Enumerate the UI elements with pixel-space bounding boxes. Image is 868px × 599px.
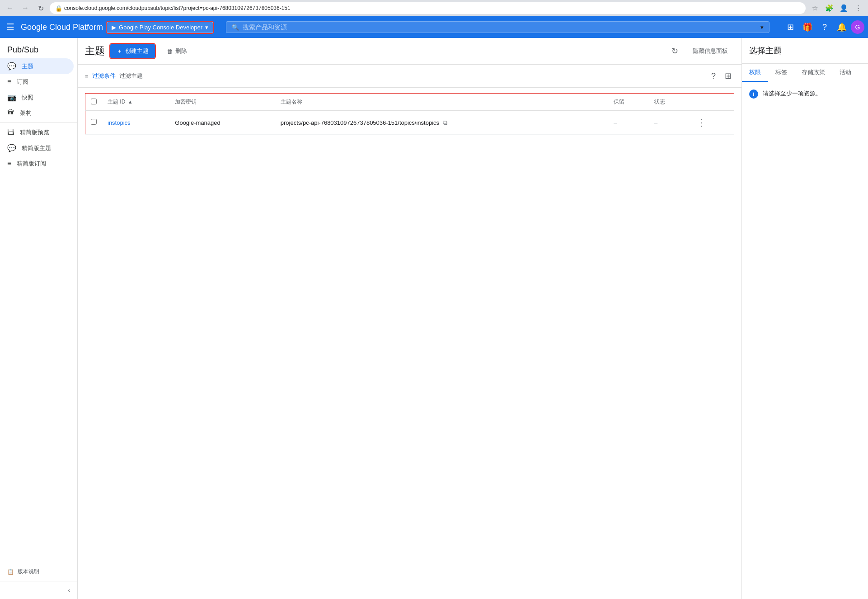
create-topic-label: 创建主题 [125, 47, 149, 55]
hide-panel-label: 隐藏信息面板 [693, 47, 728, 55]
row-type-cell: – [608, 111, 649, 135]
forward-button[interactable]: → [19, 2, 32, 14]
delete-button[interactable]: 🗑 删除 [160, 44, 193, 58]
sidebar-topics-label: 主题 [22, 62, 33, 71]
filter-bar: ≡ 过滤条件 过滤主题 ? ⊞ [78, 65, 741, 88]
filter-topic-button[interactable]: 过滤主题 [119, 72, 143, 80]
sidebar-lite-topics-label: 精简版主题 [22, 144, 51, 152]
panel-header: 选择主题 [742, 38, 868, 64]
topics-table-wrapper: 主题 ID ▲ 加密密钥 主题名称 保留 状态 [78, 88, 741, 140]
sidebar-item-topics[interactable]: 💬 主题 [0, 58, 74, 74]
copy-icon[interactable]: ⧉ [443, 119, 447, 126]
snapshots-icon: 📷 [7, 93, 16, 102]
notifications-icon-button[interactable]: 🔔 [834, 19, 850, 35]
sidebar-subscriptions-label: 订阅 [17, 78, 28, 86]
column-settings-icon[interactable]: ⊞ [722, 68, 734, 84]
col-header-encryption: 加密密钥 [169, 94, 275, 111]
lock-icon: 🔒 [55, 5, 62, 12]
table-row: instopics Google-managed projects/pc-api… [85, 111, 734, 135]
version-notes-icon: 📋 [7, 569, 14, 575]
select-all-header [85, 94, 103, 111]
search-dropdown-icon: ▾ [760, 24, 764, 31]
sidebar-divider [0, 123, 77, 123]
sidebar-lite-subscriptions-label: 精简版订阅 [17, 160, 46, 168]
col-header-actions [690, 94, 734, 111]
dropdown-chevron-icon: ▾ [205, 24, 208, 31]
search-input[interactable] [243, 24, 757, 31]
gift-icon-button[interactable]: 🎁 [799, 19, 816, 35]
panel-tabs: 权限 标签 存储政策 活动 [742, 64, 868, 82]
panel-tab-activity[interactable]: 活动 [832, 64, 859, 82]
topics-icon: 💬 [7, 62, 16, 71]
hide-panel-button[interactable]: 隐藏信息面板 [686, 44, 734, 58]
sidebar: Pub/Sub 💬 主题 ≡ 订阅 📷 快照 🏛 架构 🎞 精简版预览 [0, 38, 78, 599]
search-bar: 🔍 ▾ [226, 21, 769, 33]
col-header-name: 主题名称 [275, 94, 608, 111]
panel-tab-permissions[interactable]: 权限 [742, 64, 768, 82]
sidebar-item-lite-topics[interactable]: 💬 精简版主题 [0, 140, 74, 156]
logo-text: Google Cloud Platform [21, 23, 103, 32]
sort-id-icon: ▲ [128, 99, 133, 104]
sidebar-lite-preview-label: 精简版预览 [20, 128, 49, 137]
project-selector[interactable]: ▶ Google Play Console Developer ▾ [107, 22, 213, 33]
sidebar-item-lite-subscriptions[interactable]: ≡ 精简版订阅 [0, 156, 74, 171]
row-checkbox[interactable] [91, 119, 97, 125]
lite-topics-icon: 💬 [7, 144, 16, 152]
sidebar-collapse-button[interactable]: ‹ [65, 583, 74, 597]
refresh-icon: ↻ [671, 46, 678, 56]
top-nav-actions: ⊞ 🎁 ? 🔔 G [782, 19, 864, 35]
topic-id-link[interactable]: instopics [108, 119, 131, 126]
lite-preview-icon: 🎞 [7, 128, 14, 137]
hamburger-icon: ☰ [6, 22, 14, 33]
info-icon: i [749, 90, 758, 99]
filter-conditions-button[interactable]: 过滤条件 [92, 72, 116, 80]
grid-icon-button[interactable]: ⊞ [782, 19, 798, 35]
refresh-button[interactable]: ↻ [669, 43, 681, 59]
sidebar-snapshots-label: 快照 [22, 94, 33, 102]
row-id-cell: instopics [102, 111, 169, 135]
row-name-cell: projects/pc-api-768031097267378050​36-15… [275, 111, 608, 135]
select-all-checkbox[interactable] [91, 99, 97, 104]
extensions-icon[interactable]: 🧩 [823, 2, 835, 14]
page-title: 主题 [85, 44, 105, 58]
project-name: Google Play Console Developer [119, 24, 202, 31]
subscriptions-icon: ≡ [7, 78, 11, 86]
hamburger-menu-button[interactable]: ☰ [4, 19, 17, 35]
topic-name-text: projects/pc-api-768031097267378050​36-15… [281, 119, 439, 126]
top-navigation: ☰ Google Cloud Platform ▶ Google Play Co… [0, 16, 868, 38]
sidebar-navigation: 💬 主题 ≡ 订阅 📷 快照 🏛 架构 🎞 精简版预览 💬 [0, 58, 77, 562]
version-notes-label: 版本说明 [18, 568, 39, 575]
sidebar-item-lite-preview[interactable]: 🎞 精简版预览 [0, 125, 74, 140]
create-topic-button[interactable]: ＋ 创建主题 [110, 44, 155, 58]
reload-button[interactable]: ↻ [34, 2, 47, 14]
row-checkbox-cell [85, 111, 103, 135]
trash-icon: 🗑 [167, 48, 173, 55]
panel-body: i 请选择至少一项资源。 [742, 82, 868, 106]
back-button[interactable]: ← [4, 2, 16, 14]
col-header-schema: 状态 [649, 94, 690, 111]
panel-title: 选择主题 [749, 45, 782, 56]
help-icon-button[interactable]: ? [816, 19, 833, 35]
avatar[interactable]: G [851, 20, 864, 34]
panel-info-text: 请选择至少一项资源。 [763, 90, 821, 98]
sidebar-item-snapshots[interactable]: 📷 快照 [0, 90, 74, 105]
delete-label: 删除 [175, 47, 187, 55]
app-layout: Pub/Sub 💬 主题 ≡ 订阅 📷 快照 🏛 架构 🎞 精简版预览 [0, 38, 868, 599]
sidebar-item-schema[interactable]: 🏛 架构 [0, 105, 74, 121]
browser-chrome: ← → ↻ 🔒 console.cloud.google.com/cloudpu… [0, 0, 868, 16]
panel-tab-labels[interactable]: 标签 [768, 64, 794, 82]
topics-table: 主题 ID ▲ 加密密钥 主题名称 保留 状态 [85, 93, 734, 135]
row-more-cell: ⋮ [690, 111, 734, 135]
schema-icon: 🏛 [7, 109, 14, 117]
sidebar-header: Pub/Sub [0, 38, 77, 58]
col-header-id[interactable]: 主题 ID ▲ [102, 94, 169, 111]
more-options-icon[interactable]: ⋮ [852, 2, 864, 14]
sidebar-item-subscriptions[interactable]: ≡ 订阅 [0, 74, 74, 90]
profile-icon[interactable]: 👤 [837, 2, 850, 14]
bookmark-icon[interactable]: ☆ [808, 2, 821, 14]
address-bar: 🔒 console.cloud.google.com/cloudpubsub/t… [50, 2, 806, 14]
panel-tab-storage-policy[interactable]: 存储政策 [794, 64, 832, 82]
sidebar-footer[interactable]: 📋 版本说明 [0, 562, 77, 581]
help-table-icon[interactable]: ? [708, 69, 718, 84]
row-more-button[interactable]: ⋮ [695, 115, 708, 130]
